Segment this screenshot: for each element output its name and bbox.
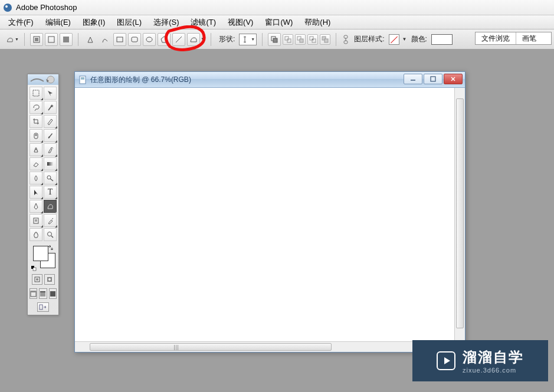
hand-tool[interactable]: [29, 228, 42, 241]
default-colors-icon[interactable]: [31, 265, 37, 271]
svg-rect-40: [33, 268, 36, 271]
svg-rect-7: [132, 37, 137, 42]
svg-rect-5: [63, 37, 69, 42]
combine-exclude-button[interactable]: [320, 34, 330, 45]
menu-view[interactable]: 视图(V): [222, 15, 259, 29]
horizontal-scrollbar[interactable]: [75, 341, 454, 352]
custom-shape-tool[interactable]: [44, 200, 57, 213]
svg-rect-12: [273, 38, 277, 42]
svg-point-42: [36, 278, 38, 281]
polygon-shape-button[interactable]: [158, 33, 171, 46]
menu-select[interactable]: 选择(S): [147, 15, 185, 29]
separator: [262, 33, 263, 46]
slice-tool[interactable]: [44, 115, 57, 128]
svg-rect-6: [117, 37, 123, 42]
fill-pixels-mode-button[interactable]: [60, 33, 73, 46]
toolbox-header[interactable]: [28, 74, 58, 85]
ellipse-shape-button[interactable]: [143, 33, 156, 46]
combine-new-button[interactable]: [268, 33, 281, 46]
svg-rect-16: [300, 39, 303, 42]
svg-point-25: [47, 76, 54, 83]
toolbox: T: [27, 74, 59, 315]
lasso-tool[interactable]: [29, 101, 42, 114]
path-mode-button[interactable]: [45, 33, 58, 46]
color-swatches[interactable]: [29, 243, 57, 272]
type-tool[interactable]: T: [44, 186, 57, 199]
crop-tool[interactable]: [29, 115, 42, 128]
rectangle-shape-button[interactable]: [113, 33, 126, 46]
separator: [78, 33, 78, 46]
freeform-pen-icon[interactable]: [99, 33, 112, 46]
combine-subtract-button[interactable]: [295, 34, 306, 45]
move-tool[interactable]: [44, 87, 57, 100]
svg-rect-19: [312, 39, 313, 40]
magic-wand-tool[interactable]: [44, 101, 57, 114]
svg-rect-31: [47, 162, 53, 166]
combine-intersect-button[interactable]: [307, 34, 318, 45]
menu-filter[interactable]: 滤镜(T): [185, 15, 222, 29]
menu-edit[interactable]: 编辑(E): [40, 15, 77, 29]
shape-layer-mode-button[interactable]: [30, 33, 43, 46]
svg-line-33: [50, 179, 53, 181]
combine-add-button[interactable]: [283, 34, 293, 45]
blur-tool[interactable]: [29, 172, 42, 185]
eyedropper-tool[interactable]: [44, 214, 57, 227]
chevron-down-icon[interactable]: ▼: [402, 37, 407, 42]
full-screen-button[interactable]: [49, 288, 57, 299]
custom-shape-tool-indicator[interactable]: ▼: [6, 33, 19, 46]
vertical-scroll-thumb[interactable]: [456, 98, 464, 328]
marquee-tool[interactable]: [29, 87, 42, 100]
brushes-tab[interactable]: 画笔: [516, 32, 551, 44]
clone-stamp-tool[interactable]: [29, 143, 42, 156]
rounded-rect-shape-button[interactable]: [128, 33, 141, 46]
brush-tool[interactable]: [44, 129, 57, 142]
path-select-tool[interactable]: [29, 186, 42, 199]
close-button[interactable]: [444, 74, 463, 84]
watermark-url: zixue.3d66.com: [463, 367, 524, 374]
maximize-button[interactable]: [424, 74, 442, 84]
svg-rect-54: [431, 77, 435, 81]
history-brush-tool[interactable]: [44, 143, 57, 156]
gradient-tool[interactable]: [44, 157, 57, 170]
quick-mask-mode-button[interactable]: [44, 274, 55, 285]
document-canvas[interactable]: [75, 88, 465, 352]
svg-rect-49: [50, 291, 55, 297]
menu-file[interactable]: 文件(F): [2, 15, 40, 29]
menu-image[interactable]: 图象(I): [77, 15, 111, 29]
full-screen-menubar-button[interactable]: [39, 288, 47, 299]
svg-rect-52: [81, 77, 84, 80]
menu-window[interactable]: 窗口(W): [259, 15, 299, 29]
watermark-title: 溜溜自学: [463, 348, 524, 367]
standard-screen-button[interactable]: [29, 288, 37, 299]
minimize-button[interactable]: [404, 74, 422, 84]
svg-point-0: [4, 4, 12, 12]
zoom-tool[interactable]: [44, 228, 57, 241]
vertical-scrollbar[interactable]: [454, 88, 465, 341]
chevron-down-icon[interactable]: ▼: [201, 37, 205, 42]
eraser-tool[interactable]: [29, 157, 42, 170]
horizontal-scroll-thumb[interactable]: [90, 343, 332, 351]
pen-icon[interactable]: [84, 33, 97, 46]
standard-mode-button[interactable]: [32, 274, 42, 285]
layer-style-label: 图层样式:: [354, 34, 384, 44]
document-titlebar[interactable]: 任意图形的绘制 @ 66.7%(RGB): [75, 72, 465, 88]
no-style-icon[interactable]: [389, 34, 399, 45]
separator: [336, 33, 336, 46]
dodge-tool[interactable]: [44, 172, 57, 185]
file-browser-tab[interactable]: 文件浏览: [476, 32, 516, 44]
svg-point-8: [146, 37, 152, 42]
pen-tool[interactable]: [29, 200, 42, 213]
menu-help[interactable]: 帮助(H): [299, 15, 336, 29]
foreground-color-swatch[interactable]: [33, 246, 48, 261]
link-icon[interactable]: [342, 33, 350, 46]
document-title: 任意图形的绘制 @ 66.7%(RGB): [90, 75, 191, 85]
line-shape-button[interactable]: [172, 33, 185, 46]
notes-tool[interactable]: [29, 214, 42, 227]
jump-to-imageready-button[interactable]: [37, 302, 49, 312]
shape-picker[interactable]: [239, 34, 257, 45]
healing-brush-tool[interactable]: [29, 129, 42, 142]
svg-rect-13: [285, 37, 289, 40]
menu-layer[interactable]: 图层(L): [111, 15, 147, 29]
color-swatch[interactable]: [431, 34, 453, 45]
custom-shape-button[interactable]: [187, 33, 200, 46]
